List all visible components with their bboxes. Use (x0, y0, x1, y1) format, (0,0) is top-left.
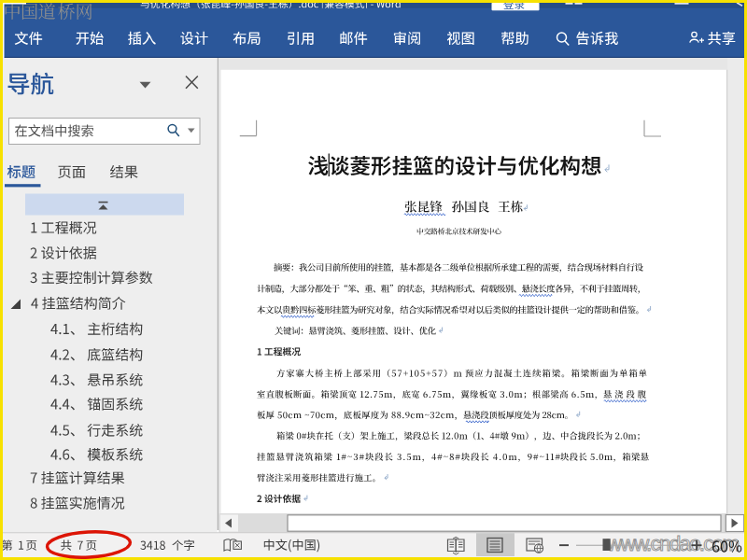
svg-text:www.cndao.com: www.cndao.com (606, 532, 739, 555)
